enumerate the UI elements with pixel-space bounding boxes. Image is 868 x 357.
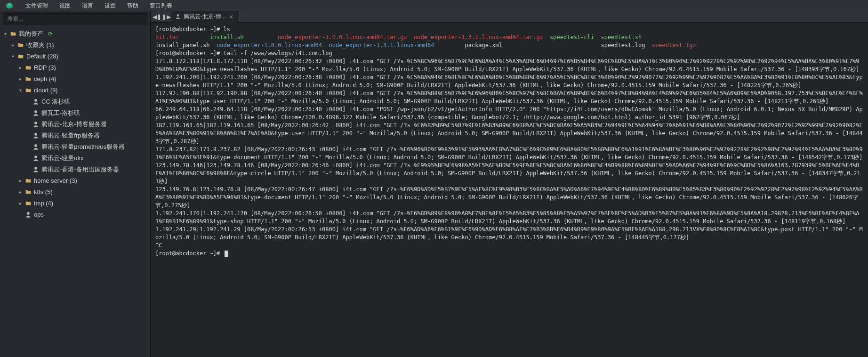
folder-icon xyxy=(24,188,32,196)
content-area: ◀❚ ❚▶ 腾讯云-北京-博... ✕ [root@abcdocker ~]# … xyxy=(151,11,868,357)
log-line: 123.149.76.8|123.149.76.8 [08/May/2022:0… xyxy=(155,186,863,209)
ls-entry: speedtest.sh xyxy=(601,34,642,41)
svg-point-8 xyxy=(34,167,37,170)
tree-item-label: 腾讯云-香港-备用出国服务器 xyxy=(41,165,119,174)
log-line: 1.192.241.170|1.192.241.170 [08/May/2022… xyxy=(155,210,860,225)
ls-entry: package.xml xyxy=(465,42,601,49)
tree-folder-item[interactable]: ▸收藏夹 (1) xyxy=(0,40,150,51)
menu-help[interactable]: 帮助 xyxy=(127,0,138,11)
ls-entry: install.sh xyxy=(210,34,278,41)
folder-icon xyxy=(17,41,24,49)
linux-icon xyxy=(32,132,40,139)
expand-arrow-icon[interactable]: ▸ xyxy=(18,176,23,186)
refresh-icon[interactable]: ⟳ xyxy=(48,29,53,39)
linux-icon xyxy=(32,154,40,162)
search-input[interactable] xyxy=(3,13,147,24)
folder-icon xyxy=(17,53,24,60)
tree-folder-item[interactable]: ▸home server (3) xyxy=(0,175,150,187)
tree-item-label: k8s (5) xyxy=(34,187,53,197)
tree-folder-item[interactable]: ▸k8s (5) xyxy=(0,187,150,198)
menu-view[interactable]: 视图 xyxy=(59,0,71,11)
svg-point-3 xyxy=(34,110,37,113)
tab-session[interactable]: 腾讯云-北京-博... ✕ xyxy=(171,11,238,23)
linux-icon xyxy=(32,121,40,128)
svg-point-9 xyxy=(27,212,30,215)
tree-root-item[interactable]: ▾我的资产⟳ xyxy=(0,28,150,40)
svg-point-10 xyxy=(177,14,179,16)
tree-folder-item[interactable]: ▸RDP (3) xyxy=(0,62,150,73)
tree-host-item[interactable]: 腾讯云-轻量frp服务器 xyxy=(0,130,150,141)
terminal[interactable]: [root@abcdocker ~]# ls bit.tar install.s… xyxy=(151,23,868,357)
tree-host-item[interactable]: 腾讯云-轻量prometheus服务器 xyxy=(0,141,150,153)
log-line: 171.8.172.118|171.8.172.118 [08/May/2022… xyxy=(155,58,860,73)
tree-item-label: home server (3) xyxy=(34,176,77,186)
tree-host-item[interactable]: 腾讯云-北京-博客服务器 xyxy=(0,119,150,130)
folder-icon xyxy=(9,30,17,38)
log-line: 66.249.64.118|66.249.64.118 [08/May/2022… xyxy=(155,106,863,121)
menubar: 文件管理 视图 语言 设置 帮助 窗口列表 xyxy=(0,0,868,11)
expand-arrow-icon[interactable]: ▸ xyxy=(18,187,23,197)
tab-label: 腾讯云-北京-博... xyxy=(184,13,226,21)
log-line: 123.149.78.146|123.149.78.146 [08/May/20… xyxy=(155,162,860,185)
svg-point-5 xyxy=(34,133,37,136)
folder-icon xyxy=(24,200,32,207)
ls-entry: speedtest.tgz xyxy=(652,42,696,49)
tab-close-icon[interactable]: ✕ xyxy=(229,14,233,20)
menu-window-list[interactable]: 窗口列表 xyxy=(150,0,172,11)
ls-entry: speedtest.log xyxy=(601,42,651,49)
cmd-ls: ls xyxy=(224,26,230,32)
tree-item-label: ceph (4) xyxy=(34,74,56,84)
expand-arrow-icon[interactable]: ▸ xyxy=(18,74,23,84)
tree-host-item[interactable]: 腾讯云-轻量ukx xyxy=(0,153,150,164)
tree-item-label: ops xyxy=(34,210,44,219)
expand-arrow-icon[interactable]: ▾ xyxy=(10,52,15,61)
svg-point-2 xyxy=(34,99,37,102)
tree-item-label: 搬瓦工-洛杉矶 xyxy=(41,108,80,118)
menu-file-mgmt[interactable]: 文件管理 xyxy=(25,0,48,11)
tree-host-item[interactable]: 搬瓦工-洛杉矶 xyxy=(0,107,150,119)
tree-item-label: 我的资产 xyxy=(19,29,43,39)
ls-entry: node_exporter-1.3.1.linux-amd64 xyxy=(329,42,465,49)
tree-item-label: 腾讯云-轻量prometheus服务器 xyxy=(41,142,125,152)
svg-point-4 xyxy=(34,122,37,124)
tree-item-label: 收藏夹 (1) xyxy=(26,41,54,50)
tab-drag-right-icon[interactable]: ❚▶ xyxy=(162,13,170,21)
tree-item-label: Default (28) xyxy=(26,52,58,61)
ls-entry: speedtest-cli xyxy=(550,34,601,41)
expand-arrow-icon[interactable]: ▾ xyxy=(3,29,8,39)
log-line: 117.92.190.88|117.92.190.88 [08/May/2022… xyxy=(155,90,863,105)
ls-entry: install_panel.sh xyxy=(155,42,217,49)
tree-item-label: 腾讯云-轻量frp服务器 xyxy=(41,131,100,140)
log-line: 1.192.241.200|1.192.241.200 [08/May/2022… xyxy=(155,74,863,89)
expand-arrow-icon[interactable]: ▾ xyxy=(18,86,23,95)
expand-arrow-icon[interactable]: ▸ xyxy=(18,199,23,208)
ls-entry: node_exporter-1.3.1.linux-amd64.tar.gz xyxy=(414,34,550,41)
expand-arrow-icon[interactable]: ▸ xyxy=(18,63,23,73)
linux-icon xyxy=(175,14,181,20)
linux-icon xyxy=(24,211,32,219)
folder-icon xyxy=(24,177,32,185)
tab-drag-left-icon[interactable]: ◀❚ xyxy=(153,13,161,21)
log-line: 182.119.161.65|182.119.161.65 [08/May/20… xyxy=(155,122,863,145)
asset-sidebar: ▾我的资产⟳▸收藏夹 (1)▾Default (28)▸RDP (3)▸ceph… xyxy=(0,11,151,357)
folder-icon xyxy=(24,87,32,94)
tree-folder-item[interactable]: ▾cloud (9) xyxy=(0,85,150,96)
tree-host-item[interactable]: 腾讯云-香港-备用出国服务器 xyxy=(0,164,150,175)
folder-icon xyxy=(24,64,32,72)
tree-item-label: tmp (4) xyxy=(34,199,53,208)
tree-host-item[interactable]: ops xyxy=(0,209,150,220)
tree-folder-item[interactable]: ▸tmp (4) xyxy=(0,198,150,209)
tree-host-item[interactable]: CC 洛杉矶 xyxy=(0,96,150,107)
linux-icon xyxy=(32,143,40,151)
tree-folder-item[interactable]: ▾Default (28) xyxy=(0,51,150,62)
tree-item-label: 腾讯云-北京-博客服务器 xyxy=(41,120,107,129)
svg-point-7 xyxy=(34,155,37,158)
shell-prompt: [root@abcdocker ~]# xyxy=(155,250,224,257)
linux-icon xyxy=(32,166,40,173)
expand-arrow-icon[interactable]: ▸ xyxy=(10,41,15,50)
ls-entry: node_exporter-1.0.0.linux-amd64 xyxy=(217,42,329,49)
tree-folder-item[interactable]: ▸ceph (4) xyxy=(0,73,150,85)
menu-settings[interactable]: 设置 xyxy=(104,0,116,11)
menu-language[interactable]: 语言 xyxy=(82,0,93,11)
shell-prompt: [root@abcdocker ~]# xyxy=(155,26,224,32)
